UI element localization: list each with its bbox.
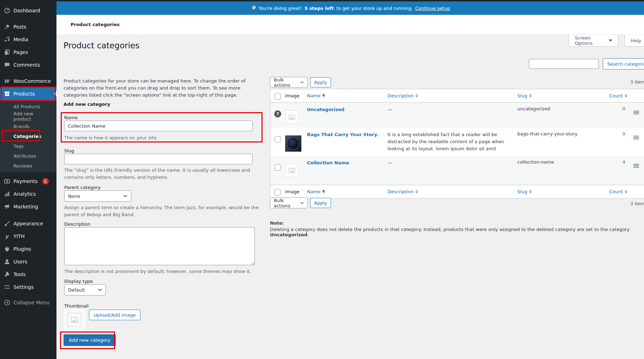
wrench-icon <box>4 271 10 278</box>
sidebar-item-label: Tags <box>13 144 24 149</box>
sidebar-item-categories[interactable]: Categories <box>0 131 56 141</box>
sidebar-item-tags[interactable]: Tags <box>0 141 56 151</box>
sidebar-item-marketing[interactable]: Marketing <box>0 200 56 213</box>
sidebar-item-label: Users <box>13 259 27 264</box>
pushpin-icon <box>4 24 10 30</box>
sidebar-item-comments[interactable]: Comments <box>0 59 56 71</box>
bulk-actions-value: Bulk actions <box>274 198 300 208</box>
add-new-category-button[interactable]: Add new category <box>64 334 116 346</box>
sidebar-item-appearance[interactable]: Appearance <box>0 217 56 230</box>
column-header-name[interactable]: Name <box>307 93 387 98</box>
column-header-name[interactable]: Name <box>307 189 387 194</box>
banner-steps-left: 5 steps left <box>305 6 334 11</box>
drag-handle[interactable] <box>627 159 644 181</box>
column-header-count[interactable]: Count <box>606 93 627 98</box>
parent-category-select[interactable]: None <box>64 190 131 202</box>
category-name-link[interactable]: Uncategorized <box>307 107 344 112</box>
row-checkbox[interactable] <box>275 164 281 171</box>
column-header-slug[interactable]: Slug <box>517 93 606 98</box>
note-text: Deleting a category does not delete the … <box>270 227 644 237</box>
column-header-description[interactable]: Description <box>387 189 517 194</box>
sort-icon <box>529 94 532 98</box>
select-all-checkbox[interactable] <box>275 93 281 99</box>
category-count-link[interactable]: 0 <box>622 106 625 111</box>
display-type-select[interactable]: Default <box>64 284 106 296</box>
banner-text-prefix: You're doing great! <box>259 6 302 11</box>
sidebar-item-media[interactable]: Media <box>0 33 56 46</box>
dashboard-icon <box>4 7 10 14</box>
category-count-link[interactable]: 4 <box>622 159 625 165</box>
sidebar-item-users[interactable]: Users <box>0 255 56 268</box>
page-intro-text: Product categories for your store can be… <box>64 78 264 99</box>
parent-category-help-text: Assign a parent term to create a hierarc… <box>64 204 263 218</box>
thumbnail-placeholder-image <box>64 309 85 331</box>
column-header-slug[interactable]: Slug <box>517 189 606 194</box>
apply-button[interactable]: Apply <box>310 198 331 208</box>
sidebar-item-analytics[interactable]: Analytics <box>0 188 56 200</box>
parent-category-label: Parent category <box>64 185 101 190</box>
sidebar-item-yith[interactable]: y YITH <box>0 230 56 243</box>
bulk-actions-value: Bulk actions <box>274 77 300 88</box>
slug-label: Slug <box>64 148 74 153</box>
chevron-down-icon <box>300 81 304 84</box>
sidebar-item-settings[interactable]: Settings <box>0 281 56 293</box>
upload-add-image-button[interactable]: Upload/Add image <box>89 310 140 320</box>
sidebar-item-attributes[interactable]: Attributes <box>0 151 56 161</box>
sort-icon <box>322 94 325 98</box>
bulk-actions-select[interactable]: Bulk actions <box>270 77 308 88</box>
sidebar-item-label: All Products <box>13 104 40 109</box>
sidebar-item-plugins[interactable]: Plugins <box>0 243 56 255</box>
sidebar-item-label: Plugins <box>13 246 31 252</box>
sidebar-item-label: Analytics <box>13 191 36 197</box>
search-categories-input[interactable] <box>529 59 599 69</box>
store-setup-banner: You're doing great! 5 steps left to get … <box>56 1 644 15</box>
collapse-menu-button[interactable]: Collapse Menu <box>0 296 56 309</box>
category-slug-input[interactable] <box>64 154 253 164</box>
sidebar-item-brands[interactable]: Brands <box>0 121 56 131</box>
drag-handle[interactable] <box>627 131 644 152</box>
help-icon[interactable]: ? <box>274 110 281 117</box>
category-name-input[interactable] <box>64 121 253 131</box>
sidebar-item-label: YITH <box>13 233 25 239</box>
help-tab[interactable]: Help <box>625 35 644 47</box>
sidebar-item-add-new-product[interactable]: Add new product <box>0 111 56 121</box>
sidebar-item-payments[interactable]: $ Payments 1 <box>0 175 56 188</box>
screen-options-tab[interactable]: Screen Options <box>569 35 618 47</box>
sidebar-item-pages[interactable]: Pages <box>0 46 56 59</box>
sidebar-item-label: Settings <box>13 284 34 290</box>
categories-table: Image Name Description Slug Count ? Unca… <box>270 89 644 199</box>
payments-icon: $ <box>4 178 10 184</box>
chevron-down-icon <box>609 39 612 42</box>
payments-notification-badge: 1 <box>42 178 49 184</box>
sidebar-item-all-products[interactable]: All Products <box>0 102 56 111</box>
bulk-actions-select[interactable]: Bulk actions <box>270 197 308 208</box>
drag-handle-icon <box>633 135 639 140</box>
drag-handle-icon <box>633 164 639 168</box>
category-name-link[interactable]: Collection Name <box>307 160 349 165</box>
category-description: — <box>387 106 517 124</box>
sidebar-item-reviews[interactable]: Reviews <box>0 161 56 171</box>
sidebar-item-woocommerce[interactable]: W WooCommerce <box>0 75 56 87</box>
sidebar-item-products[interactable]: Products <box>0 87 56 100</box>
sidebar-item-tools[interactable]: Tools <box>0 268 56 281</box>
drag-handle[interactable] <box>627 106 644 124</box>
category-name-link[interactable]: Bags That Carry Your Story. <box>307 132 379 137</box>
column-header-image: Image <box>285 189 307 194</box>
display-type-value: Default <box>68 287 85 293</box>
sidebar-item-posts[interactable]: Posts <box>0 20 56 33</box>
user-icon <box>4 258 10 265</box>
slug-help-text: The “slug” is the URL-friendly version o… <box>64 167 263 181</box>
category-description-textarea[interactable] <box>64 227 255 265</box>
row-checkbox[interactable] <box>275 136 281 142</box>
column-header-description[interactable]: Description <box>387 93 517 98</box>
items-count: 3 items <box>630 79 644 85</box>
search-categories-button[interactable]: Search categories <box>603 58 644 69</box>
woocommerce-icon: W <box>4 78 10 84</box>
select-all-checkbox[interactable] <box>275 189 281 195</box>
continue-setup-link[interactable]: Continue setup <box>415 6 450 11</box>
category-count-link[interactable]: 0 <box>622 131 625 136</box>
sidebar-item-label: Media <box>13 37 28 42</box>
sidebar-item-dashboard[interactable]: Dashboard <box>0 4 56 17</box>
apply-button[interactable]: Apply <box>310 77 331 87</box>
column-header-count[interactable]: Count <box>606 189 627 194</box>
